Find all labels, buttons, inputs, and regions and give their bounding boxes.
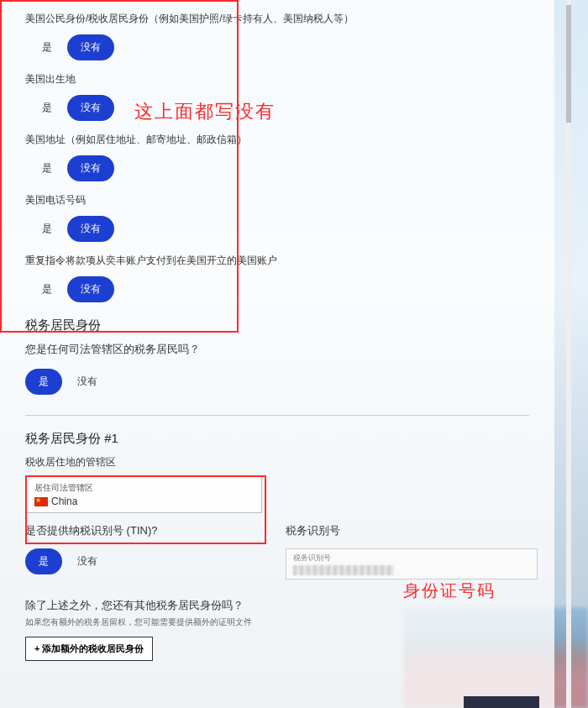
tin-provide-question: 是否提供纳税识别号 (TIN)? bbox=[25, 523, 227, 538]
jurisdiction-value: China bbox=[51, 496, 77, 507]
tax-residency-question: 您是任何司法管辖区的税务居民吗？ bbox=[25, 342, 529, 357]
bottom-bar-button[interactable] bbox=[464, 696, 539, 708]
q-us-birthplace: 美国出生地 是 没有 bbox=[25, 72, 529, 121]
q-us-address: 美国地址（例如居住地址、邮寄地址、邮政信箱） 是 没有 bbox=[25, 133, 529, 181]
jurisdiction-select[interactable]: 居住司法管辖区 China bbox=[25, 476, 262, 513]
option-yes[interactable]: 是 bbox=[42, 222, 52, 236]
option-no-selected[interactable]: 没有 bbox=[67, 276, 114, 302]
tin-value-redacted bbox=[293, 565, 394, 575]
scrollbar-thumb[interactable] bbox=[566, 5, 571, 123]
question-label: 重复指令将款项从奕丰账户支付到在美国开立的美国账户 bbox=[25, 254, 529, 268]
jurisdiction-label: 税收居住地的管辖区 bbox=[25, 455, 529, 469]
q-us-phone: 美国电话号码 是 没有 bbox=[25, 193, 529, 242]
option-no[interactable]: 没有 bbox=[77, 554, 97, 569]
option-no[interactable]: 没有 bbox=[77, 375, 97, 389]
question-label: 美国出生地 bbox=[25, 72, 529, 87]
question-label: 美国地址（例如居住地址、邮寄地址、邮政信箱） bbox=[25, 133, 529, 147]
option-yes-selected[interactable]: 是 bbox=[25, 369, 62, 395]
question-label: 美国电话号码 bbox=[25, 193, 529, 207]
option-yes-selected[interactable]: 是 bbox=[25, 548, 62, 574]
jurisdiction-hint: 居住司法管辖区 bbox=[34, 482, 253, 494]
q-us-citizenship: 美国公民身份/税收居民身份（例如美国护照/绿卡持有人、美国纳税人等） 是 没有 bbox=[25, 12, 529, 60]
more-residencies-question: 除了上述之外，您还有其他税务居民身份吗？ bbox=[25, 598, 529, 613]
option-no-selected[interactable]: 没有 bbox=[67, 95, 114, 121]
option-no-selected[interactable]: 没有 bbox=[67, 216, 114, 242]
scrollbar-track[interactable] bbox=[566, 0, 571, 708]
option-yes[interactable]: 是 bbox=[42, 40, 52, 55]
more-residencies-disclaimer: 如果您有额外的税务居留权，您可能需要提供额外的证明文件 bbox=[25, 616, 529, 628]
add-tax-residency-button[interactable]: + 添加额外的税收居民身份 bbox=[25, 637, 153, 661]
q-us-standing-order: 重复指令将款项从奕丰账户支付到在美国开立的美国账户 是 没有 bbox=[25, 254, 529, 302]
china-flag-icon bbox=[34, 497, 48, 506]
section-tax-residency-1-title: 税务居民身份 #1 bbox=[25, 431, 529, 447]
tin-hint: 税务识别号 bbox=[293, 553, 530, 564]
option-no-selected[interactable]: 没有 bbox=[67, 34, 114, 60]
section-tax-residency-title: 税务居民身份 bbox=[25, 317, 529, 333]
tin-label: 税务识别号 bbox=[286, 523, 538, 538]
option-yes[interactable]: 是 bbox=[42, 161, 52, 176]
option-no-selected[interactable]: 没有 bbox=[67, 155, 114, 181]
option-yes[interactable]: 是 bbox=[42, 101, 52, 115]
option-yes[interactable]: 是 bbox=[42, 282, 52, 296]
tin-input[interactable]: 税务识别号 bbox=[286, 548, 538, 580]
question-label: 美国公民身份/税收居民身份（例如美国护照/绿卡持有人、美国纳税人等） bbox=[25, 12, 529, 26]
divider bbox=[25, 415, 529, 416]
